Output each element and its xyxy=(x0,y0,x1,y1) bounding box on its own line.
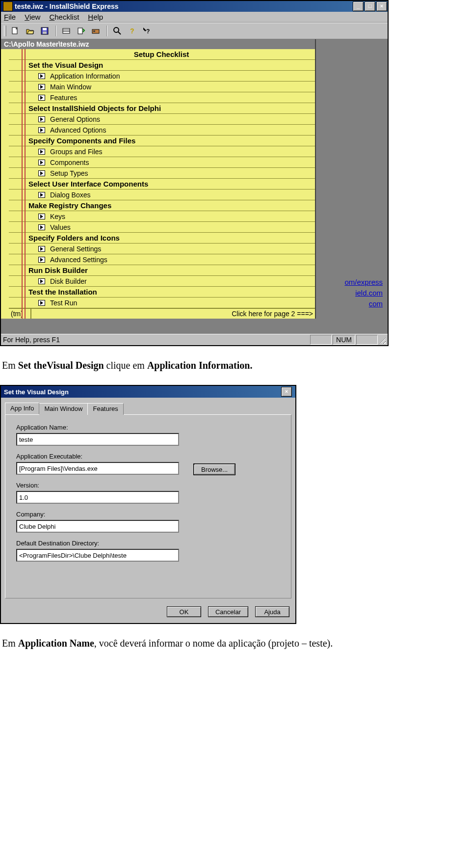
ok-button[interactable]: OK xyxy=(167,606,201,617)
whatsthis-button[interactable]: ? xyxy=(140,25,154,37)
status-cell-empty-2 xyxy=(356,335,378,345)
checklist-item[interactable]: Keys xyxy=(9,211,315,222)
visual-design-dialog: Set the Visual Design × App Info Main Wi… xyxy=(0,385,296,624)
help-button[interactable]: ? xyxy=(125,25,139,37)
play-icon xyxy=(38,116,45,122)
checklist-item[interactable]: General Options xyxy=(9,114,315,125)
dialog-title: Set the Visual Design xyxy=(4,388,281,396)
label-company: Company: xyxy=(16,511,280,518)
checklist-item-label: General Settings xyxy=(50,245,101,253)
label-version: Version: xyxy=(16,482,280,489)
checklist-item-label: Groups and Files xyxy=(50,148,103,156)
menubar: File View Checklist Help xyxy=(1,12,388,23)
play-icon xyxy=(38,257,45,263)
checklist-item-label: Advanced Options xyxy=(50,126,106,134)
checklist-item[interactable]: Groups and Files xyxy=(9,146,315,157)
checklist-item-label: Keys xyxy=(50,213,65,220)
play-icon xyxy=(38,160,45,165)
caption-1: Em Set theVisual Design clique em Applic… xyxy=(2,360,471,371)
bg-link-1[interactable]: om/express xyxy=(344,277,383,288)
checklist-item-label: Main Window xyxy=(50,83,91,91)
svg-text:?: ? xyxy=(146,28,150,35)
tool-button-2[interactable] xyxy=(74,25,88,37)
bg-link-2[interactable]: ield.com xyxy=(344,288,383,298)
checklist-item-label: Features xyxy=(50,94,77,102)
tab-app-info[interactable]: App Info xyxy=(5,403,39,414)
app-icon xyxy=(3,1,13,11)
svg-point-10 xyxy=(114,27,119,32)
checklist-section-header: Select InstallShield Objects for Delphi xyxy=(9,103,315,114)
label-app-name: Application Name: xyxy=(16,424,280,431)
input-version[interactable] xyxy=(16,491,179,504)
dialog-close-button[interactable]: × xyxy=(281,387,292,397)
status-hint: For Help, press F1 xyxy=(3,336,309,344)
checklist-item-label: Advanced Settings xyxy=(50,256,107,264)
checklist-section-header: Run Disk Builder xyxy=(9,265,315,276)
child-window-title: C:\Apollo Master\teste.iwz xyxy=(1,39,315,49)
checklist-section-header: Make Registry Changes xyxy=(9,200,315,211)
preview-button[interactable] xyxy=(110,25,124,37)
checklist-item[interactable]: Components xyxy=(9,157,315,168)
cancel-button[interactable]: Cancelar xyxy=(208,606,248,617)
play-icon xyxy=(38,192,45,198)
checklist-item-label: Values xyxy=(50,223,71,231)
tab-main-window[interactable]: Main Window xyxy=(39,403,88,415)
bg-link-3[interactable]: com xyxy=(344,298,383,309)
browse-button[interactable]: Browse... xyxy=(194,464,235,475)
checklist-section-header: Set the Visual Design xyxy=(9,60,315,71)
tool-button-3[interactable] xyxy=(89,25,103,37)
checklist-item[interactable]: Dialog Boxes xyxy=(9,190,315,200)
svg-rect-3 xyxy=(43,31,47,34)
checklist-item[interactable]: Setup Types xyxy=(9,168,315,179)
checklist-item[interactable]: Advanced Settings xyxy=(9,254,315,265)
input-app-exe[interactable] xyxy=(16,462,179,475)
checklist-item[interactable]: Values xyxy=(9,222,315,233)
play-icon xyxy=(38,224,45,230)
checklist-item[interactable]: Main Window xyxy=(9,81,315,92)
maximize-button[interactable]: □ xyxy=(365,1,375,11)
checklist-child-window: C:\Apollo Master\teste.iwz Setup Checkli… xyxy=(1,39,316,319)
help-dialog-button[interactable]: Ajuda xyxy=(255,606,289,617)
menu-file[interactable]: File xyxy=(4,13,16,21)
checklist-item[interactable]: Disk Builder xyxy=(9,276,315,287)
checklist-item[interactable]: Test Run xyxy=(9,298,315,308)
tool-button-1[interactable] xyxy=(59,25,73,37)
checklist-section-header: Specify Components and Files xyxy=(9,136,315,146)
minimize-button[interactable]: _ xyxy=(353,1,364,11)
play-icon xyxy=(38,95,45,101)
menu-view[interactable]: View xyxy=(25,13,40,21)
dialog-button-row: OK Cancelar Ajuda xyxy=(1,602,295,623)
svg-line-11 xyxy=(118,32,121,34)
tab-features[interactable]: Features xyxy=(87,403,123,415)
checklist-item[interactable]: General Settings xyxy=(9,244,315,254)
svg-rect-7 xyxy=(78,28,82,34)
next-page-link[interactable]: Click here for page 2 ===> xyxy=(31,309,315,319)
play-icon xyxy=(38,246,45,252)
checklist-item-label: Dialog Boxes xyxy=(50,191,91,199)
checklist-item[interactable]: Application Information xyxy=(9,71,315,81)
open-button[interactable] xyxy=(23,25,37,37)
play-icon xyxy=(38,170,45,176)
dialog-titlebar[interactable]: Set the Visual Design × xyxy=(1,386,295,398)
menu-help[interactable]: Help xyxy=(88,13,103,21)
input-dest-dir[interactable] xyxy=(16,549,179,562)
resize-grip-icon[interactable] xyxy=(378,336,386,344)
label-dest-dir: Default Destination Directory: xyxy=(16,540,280,547)
new-button[interactable] xyxy=(8,25,22,37)
close-button[interactable]: × xyxy=(376,1,387,11)
titlebar[interactable]: teste.iwz - InstallShield Express _ □ × xyxy=(1,1,388,12)
checklist-item[interactable]: Advanced Options xyxy=(9,125,315,136)
menu-checklist[interactable]: Checklist xyxy=(49,13,79,21)
checklist-item[interactable]: Features xyxy=(9,92,315,103)
checklist-section-header: Specify Folders and Icons xyxy=(9,233,315,244)
checklist-notepad: Setup Checklist Set the Visual DesignApp… xyxy=(1,49,315,319)
status-numlock: NUM xyxy=(333,335,355,345)
checklist-section-header: Test the Installation xyxy=(9,287,315,298)
checklist-item-label: Setup Types xyxy=(50,169,88,177)
status-cell-empty xyxy=(310,335,332,345)
save-button[interactable] xyxy=(38,25,52,37)
mdi-client-area: om/express ield.com com C:\Apollo Master… xyxy=(1,39,388,334)
svg-rect-9 xyxy=(93,30,95,32)
input-company[interactable] xyxy=(16,520,179,533)
input-app-name[interactable] xyxy=(16,433,179,446)
